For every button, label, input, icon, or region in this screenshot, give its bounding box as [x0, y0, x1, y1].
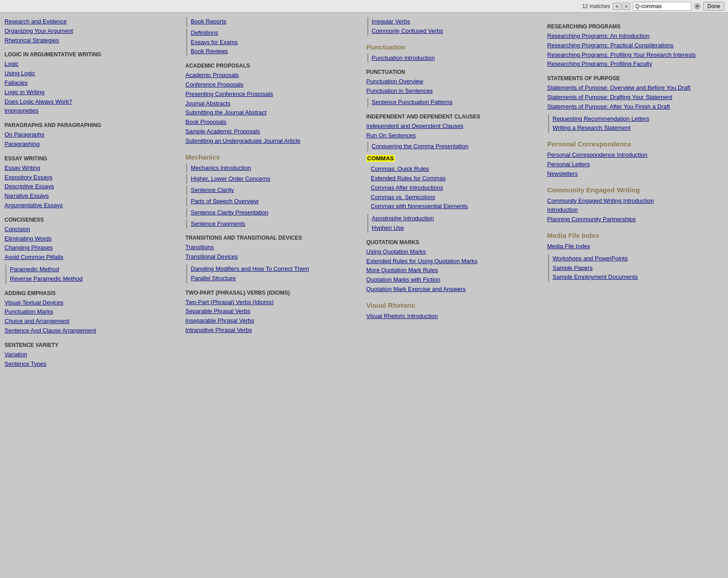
link-punctuation-overview[interactable]: Punctuation Overview: [366, 77, 538, 86]
link-on-paragraphs[interactable]: On Paragraphs: [5, 130, 176, 140]
link-dangling-modifiers[interactable]: Dangling Modifiers and How To Correct Th…: [186, 264, 357, 274]
link-run-on-sentences[interactable]: Run On Sentences: [366, 131, 538, 141]
link-sentence-clarity-presentation[interactable]: Sentence Clarity Presentation: [186, 208, 357, 218]
link-researching-programs-practical[interactable]: Researching Programs: Practical Consider…: [547, 41, 719, 50]
link-requesting-recommendation-letters[interactable]: Requesting Recommendation Letters: [548, 114, 719, 124]
link-conquering-comma-presentation[interactable]: Conquering the Comma Presentation: [367, 142, 538, 151]
link-presenting-conference-proposals[interactable]: Presenting Conference Proposals: [185, 90, 357, 99]
link-introduction[interactable]: Introduction: [547, 205, 719, 215]
link-two-part-phrasal-verbs[interactable]: Two-Part (Phrasal) Verbs (Idioms): [185, 298, 357, 307]
link-submitting-undergraduate-journal[interactable]: Submitting an Undergraduate Journal Arti…: [185, 137, 357, 146]
link-research-evidence[interactable]: Research and Evidence: [5, 17, 176, 27]
link-statements-drafting[interactable]: Statements of Purpose: Drafting Your Sta…: [547, 93, 719, 102]
link-expository-essays[interactable]: Expository Essays: [5, 173, 176, 182]
link-sample-academic-proposals[interactable]: Sample Academic Proposals: [185, 127, 357, 137]
link-visual-rhetoric-introduction[interactable]: Visual Rhetoric Introduction: [366, 312, 538, 321]
link-logic[interactable]: Logic: [5, 59, 176, 69]
link-commas-quick-rules[interactable]: Commas: Quick Rules: [366, 164, 538, 174]
link-mechanics-introduction[interactable]: Mechanics Introduction: [186, 164, 357, 173]
link-researching-programs-profiling-faculty[interactable]: Researching Programs: Profiling Faculty: [547, 59, 719, 69]
link-independent-dependent-clauses[interactable]: Independent and Dependent Clauses: [366, 122, 538, 131]
link-variation[interactable]: Variation: [5, 350, 176, 360]
link-punctuation-introduction[interactable]: Punctuation Introduction: [367, 54, 538, 63]
link-more-quotation-mark-rules[interactable]: More Quotation Mark Rules: [366, 266, 538, 275]
link-researching-programs-profiling-interests[interactable]: Researching Programs: Profiling Your Res…: [547, 50, 719, 60]
link-planning-community-partnerships[interactable]: Planning Community Partnerships: [547, 215, 719, 224]
link-intransitive-phrasal-verbs[interactable]: Intransitive Phrasal Verbs: [185, 326, 357, 335]
link-extended-rules-commas[interactable]: Extended Rules for Commas: [366, 174, 538, 183]
link-sample-papers[interactable]: Sample Papers: [548, 264, 719, 273]
link-commas-with-nonessential-elements[interactable]: Commas with Nonessential Elements: [366, 202, 538, 211]
search-input[interactable]: [633, 2, 691, 11]
link-avoid-common-pitfalls[interactable]: Avoid Common Pitfalls: [5, 253, 176, 262]
link-punctuation-marks[interactable]: Punctuation Marks: [5, 307, 176, 317]
link-personal-letters[interactable]: Personal Letters: [547, 160, 719, 169]
link-fallacies[interactable]: Fallacies: [5, 78, 176, 88]
link-writing-research-statement[interactable]: Writing a Research Statement: [548, 123, 719, 133]
link-organizing-argument[interactable]: Organizing Your Argument: [5, 27, 176, 36]
link-media-file-index[interactable]: Media File Index: [547, 242, 719, 251]
link-choice-arrangement[interactable]: Choice and Arrangement: [5, 317, 176, 326]
link-separable-phrasal-verbs[interactable]: Separable Phrasal Verbs: [185, 307, 357, 316]
link-book-reviews[interactable]: Book Reviews: [186, 47, 357, 56]
link-logic-in-writing[interactable]: Logic in Writing: [5, 88, 176, 97]
link-hyphen-use[interactable]: Hyphen Use: [367, 223, 538, 233]
link-newsletters[interactable]: Newsletters: [547, 169, 719, 179]
link-parts-of-speech-overview[interactable]: Parts of Speech Overview: [186, 197, 357, 206]
link-journal-abstracts[interactable]: Journal Abstracts: [185, 99, 357, 109]
link-essays-for-exams[interactable]: Essays for Exams: [186, 38, 357, 47]
link-punctuation-in-sentences[interactable]: Punctuation in Sentences: [366, 86, 538, 96]
link-parallel-structure[interactable]: Parallel Structure: [186, 274, 357, 283]
link-sentence-clause-arrangement[interactable]: Sentence And Clause Arrangement: [5, 326, 176, 336]
link-extended-rules-quotation-marks[interactable]: Extended Rules for Using Quotation Marks: [366, 257, 538, 266]
link-workshops-powerpoints[interactable]: Workshops and PowerPoints: [548, 254, 719, 264]
link-transitions[interactable]: Transitions: [185, 243, 357, 252]
link-researching-programs-intro[interactable]: Researching Programs: An Introduction: [547, 32, 719, 41]
clear-search-button[interactable]: ✕: [694, 3, 701, 9]
link-sample-employment-documents[interactable]: Sample Employment Documents: [548, 273, 719, 282]
link-eliminating-words[interactable]: Eliminating Words: [5, 234, 176, 244]
link-narrative-essays[interactable]: Narrative Essays: [5, 191, 176, 201]
link-using-logic[interactable]: Using Logic: [5, 69, 176, 78]
link-inseparable-phrasal-verbs[interactable]: Inseparable Phrasal Verbs: [185, 316, 357, 326]
link-commonly-confused-verbs[interactable]: Commonly Confused Verbs: [367, 27, 538, 36]
link-using-quotation-marks[interactable]: Using Quotation Marks: [366, 247, 538, 257]
link-community-engaged-intro[interactable]: Community Engaged Writing Introduction: [547, 196, 719, 206]
link-commas-after-introductions[interactable]: Commas After Introductions: [366, 183, 538, 193]
link-changing-phrases[interactable]: Changing Phrases: [5, 243, 176, 253]
link-sentence-punctuation-patterns[interactable]: Sentence Punctuation Patterns: [367, 98, 538, 107]
link-paragraphing[interactable]: Paragraphing: [5, 140, 176, 149]
link-statements-overview[interactable]: Statements of Purpose: Overview and Befo…: [547, 83, 719, 93]
link-essay-writing[interactable]: Essay Writing: [5, 164, 176, 173]
link-submitting-journal-abstract[interactable]: Submitting the Journal Abstract: [185, 108, 357, 118]
link-transitional-devices[interactable]: Transitional Devices: [185, 252, 357, 262]
link-sentence-types[interactable]: Sentence Types: [5, 360, 176, 369]
link-concision[interactable]: Concision: [5, 225, 176, 234]
link-higher-lower-order-concerns[interactable]: Higher, Lower Order Concerns: [186, 174, 357, 184]
link-conference-proposals[interactable]: Conference Proposals: [185, 80, 357, 90]
link-sentence-fragments[interactable]: Sentence Fragments: [186, 219, 357, 229]
link-improprieties[interactable]: Improprieties: [5, 106, 176, 116]
done-button[interactable]: Done: [703, 2, 724, 11]
link-commas-vs-semicolons[interactable]: Commas vs. Semicolons: [366, 193, 538, 202]
link-argumentative-essays[interactable]: Argumentative Essays: [5, 201, 176, 210]
prev-match-button[interactable]: <: [613, 3, 621, 10]
link-statements-after-draft[interactable]: Statements of Purpose: After You Finish …: [547, 102, 719, 112]
link-rhetorical-strategies[interactable]: Rhetorical Strategies: [5, 36, 176, 46]
next-match-button[interactable]: >: [622, 3, 630, 10]
link-irregular-verbs[interactable]: Irregular Verbs: [367, 17, 538, 27]
link-paramedic-method[interactable]: Paramedic Method: [5, 265, 176, 274]
link-book-proposals[interactable]: Book Proposals: [185, 118, 357, 127]
link-reverse-paramedic-method[interactable]: Reverse Paramedic Method: [5, 274, 176, 284]
link-quotation-marks-with-fiction[interactable]: Quotation Marks with Fiction: [366, 275, 538, 285]
link-personal-correspondence-intro[interactable]: Personal Correspondence Introduction: [547, 150, 719, 160]
link-apostrophe-introduction[interactable]: Apostrophe Introduction: [367, 214, 538, 223]
link-academic-proposals[interactable]: Academic Proposals: [185, 71, 357, 80]
link-book-reports[interactable]: Book Reports: [186, 17, 357, 27]
link-quotation-mark-exercise-answers[interactable]: Quotation Mark Exercise and Answers: [366, 285, 538, 294]
link-visual-textual-devices[interactable]: Visual-Textual Devices: [5, 298, 176, 308]
link-sentence-clarity[interactable]: Sentence Clarity: [186, 186, 357, 195]
link-descriptive-essays[interactable]: Descriptive Essays: [5, 182, 176, 191]
link-definitions[interactable]: Definitions: [186, 28, 357, 38]
link-does-logic-always-work[interactable]: Does Logic Always Work?: [5, 97, 176, 107]
